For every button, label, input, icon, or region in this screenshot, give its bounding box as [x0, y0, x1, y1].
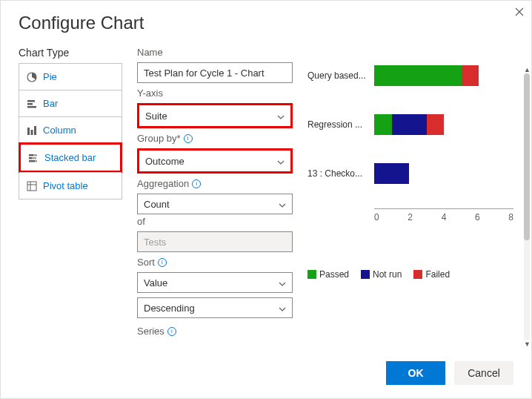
info-icon[interactable]: i — [158, 258, 167, 267]
name-label: Name — [137, 47, 293, 58]
legend-swatch — [307, 270, 316, 279]
legend-swatch — [413, 270, 422, 279]
info-icon[interactable]: i — [192, 179, 201, 188]
axis-tick: 8 — [508, 212, 513, 222]
legend-swatch — [361, 270, 370, 279]
group-by-label: Group by* i — [137, 133, 293, 144]
name-input[interactable]: Test Plan for Cycle 1 - Chart — [137, 62, 293, 83]
chart-category-label: Regression ... — [307, 119, 374, 130]
legend-item-not-run: Not run — [361, 269, 402, 280]
close-icon[interactable] — [515, 7, 524, 19]
axis-tick: 6 — [475, 212, 480, 222]
legend-label: Passed — [319, 269, 349, 280]
yaxis-label: Y-axis — [137, 88, 293, 99]
field-panel: Name Test Plan for Cycle 1 - Chart Y-axi… — [137, 47, 293, 343]
chart-category-label: 13 : Checko... — [307, 168, 374, 179]
chart-type-pie[interactable]: Pie — [19, 64, 122, 90]
of-select: Tests — [137, 231, 293, 252]
ok-button[interactable]: OK — [386, 361, 445, 385]
chart-bar-row: Query based... — [307, 62, 513, 90]
chart-type-stacked-bar[interactable]: Stacked bar — [21, 145, 120, 171]
sort-label: Sort i — [137, 257, 293, 268]
yaxis-select[interactable]: Suite — [137, 103, 293, 128]
chart-bar — [374, 114, 513, 135]
legend-label: Failed — [425, 269, 450, 280]
chevron-down-icon — [279, 200, 286, 208]
of-label: of — [137, 216, 293, 227]
aggregation-label: Aggregation i — [137, 178, 293, 189]
chart-type-column[interactable]: Column — [19, 116, 122, 143]
series-label: Series i — [137, 326, 293, 337]
chart-segment-failed — [427, 114, 445, 135]
scrollbar[interactable]: ▲ ▼ — [524, 66, 530, 333]
chart-type-label: Pie — [43, 71, 57, 82]
info-icon[interactable]: i — [167, 327, 176, 336]
dialog-title: Configure Chart — [19, 13, 513, 33]
chart-bar-row: Regression ... — [307, 111, 513, 139]
legend-item-failed: Failed — [413, 269, 450, 280]
stacked-bar-icon — [28, 153, 39, 163]
chart-segment-passed — [374, 65, 462, 86]
axis-tick: 0 — [374, 212, 379, 222]
svg-rect-10 — [32, 157, 36, 159]
legend-label: Not run — [373, 269, 402, 280]
sort-select-2[interactable]: Descending — [137, 297, 293, 318]
chart-type-label: Bar — [43, 98, 58, 109]
svg-rect-3 — [27, 106, 36, 108]
chart-type-bar[interactable]: Bar — [19, 90, 122, 116]
chart-segment-failed — [462, 65, 479, 86]
chart-type-label: Stacked bar — [44, 152, 96, 163]
scrollbar-thumb[interactable] — [524, 73, 530, 240]
info-icon[interactable]: i — [184, 134, 193, 143]
scroll-up-icon[interactable]: ▲ — [524, 66, 530, 73]
svg-rect-4 — [27, 128, 30, 135]
axis-tick: 2 — [408, 212, 413, 222]
svg-rect-9 — [29, 157, 32, 159]
dialog-footer: OK Cancel — [386, 361, 513, 385]
chart-x-axis: 02468 — [374, 208, 513, 222]
svg-rect-2 — [27, 103, 33, 105]
chart-type-label: Column — [43, 125, 76, 136]
highlight-stacked-bar: Stacked bar — [19, 142, 122, 173]
aggregation-select[interactable]: Count — [137, 194, 293, 214]
chart-bar — [374, 65, 513, 86]
chart-type-panel: Chart Type Pie Bar — [19, 47, 122, 343]
svg-rect-8 — [33, 154, 37, 156]
configure-chart-dialog: Configure Chart Chart Type Pie Bar — [0, 0, 532, 399]
column-chart-icon — [27, 125, 37, 136]
scroll-down-icon[interactable]: ▼ — [524, 340, 530, 348]
legend-item-passed: Passed — [307, 269, 349, 280]
bar-chart-icon — [27, 99, 37, 109]
axis-tick: 4 — [442, 212, 447, 222]
svg-rect-1 — [27, 100, 35, 102]
svg-rect-6 — [34, 126, 36, 135]
chevron-down-icon — [279, 304, 286, 311]
chevron-down-icon — [277, 157, 285, 165]
chart-category-label: Query based... — [307, 70, 374, 81]
svg-rect-11 — [29, 160, 35, 162]
chart-bar — [374, 163, 513, 184]
chart-type-heading: Chart Type — [19, 47, 122, 59]
chart-segment-not-run — [374, 163, 409, 184]
chart-segment-passed — [374, 114, 392, 135]
chart-type-label: Pivot table — [43, 180, 88, 191]
group-by-select[interactable]: Outcome — [137, 148, 293, 174]
svg-rect-13 — [27, 182, 36, 191]
pie-chart-icon — [27, 72, 37, 82]
chevron-down-icon — [279, 279, 286, 286]
pivot-table-icon — [27, 181, 37, 191]
chart-legend: PassedNot runFailed — [307, 269, 513, 280]
svg-rect-12 — [35, 160, 37, 162]
svg-rect-5 — [31, 130, 33, 135]
chart-bar-row: 13 : Checko... — [307, 159, 513, 188]
chevron-down-icon — [277, 112, 285, 119]
chart-segment-not-run — [392, 114, 427, 135]
chart-type-pivot-table[interactable]: Pivot table — [19, 172, 122, 199]
sort-select-1[interactable]: Value — [137, 272, 293, 293]
chart-preview: Query based...Regression ...13 : Checko.… — [307, 47, 513, 343]
cancel-button[interactable]: Cancel — [454, 361, 513, 385]
svg-rect-7 — [29, 154, 33, 156]
